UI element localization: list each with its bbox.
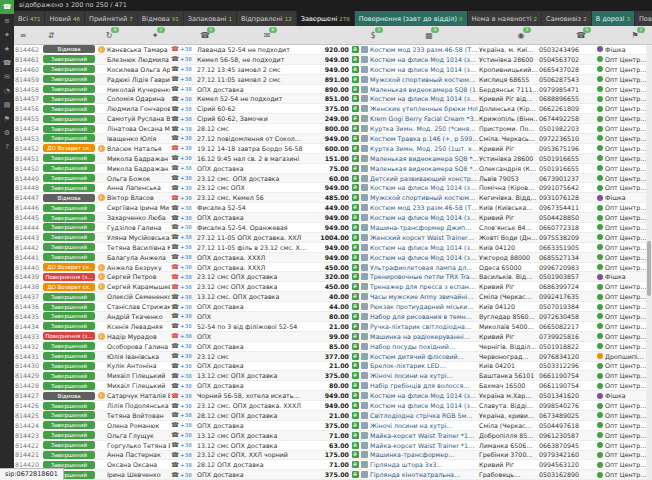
tab-item[interactable]: Нема в наявності2	[468, 11, 542, 26]
phone-number[interactable]: 0739925816	[538, 332, 596, 341]
product-name[interactable]: Світлодіодна стрічка RGB 5м…	[370, 412, 473, 419]
table-row[interactable]: 814458 Завершений Николай Кучеренко ☎ +3…	[14, 85, 646, 95]
phone-number[interactable]: 0501918822	[538, 342, 596, 351]
phone-number[interactable]: 0503312296	[538, 362, 596, 371]
customer-name[interactable]: Ксенія Левадняя	[106, 322, 170, 331]
phone-number[interactable]: 0661190754	[538, 381, 596, 390]
product-name[interactable]: Костюм на флисе Мод 1014 (з…	[370, 244, 476, 251]
menu-icon[interactable]: ≡	[16, 29, 30, 42]
phone-number[interactable]: 0662261809	[538, 104, 596, 113]
tab-item[interactable]: Повн	[635, 11, 652, 26]
tab-item[interactable]: Прийнятий7	[85, 11, 138, 26]
table-row[interactable]: 814421 Завершений Анна Пастернак ☎ +38 2…	[14, 451, 646, 461]
phone-icon[interactable]: ☎	[171, 75, 179, 83]
tab-item[interactable]: Запаковані1	[184, 11, 237, 26]
phone-number[interactable]: 0661190754	[538, 371, 596, 380]
tab-item[interactable]: Самовивіз2	[542, 11, 592, 26]
phone-number[interactable]: 0660772318	[538, 223, 596, 232]
product-name[interactable]: Костюм на флисе Мод 1014 (з…	[370, 402, 476, 409]
grid-icon[interactable]: ▤	[0, 98, 14, 112]
help-icon[interactable]: ?	[0, 140, 14, 154]
sort-icon[interactable]: ⇵	[44, 29, 58, 42]
contacts-icon[interactable]: ✦2	[148, 29, 162, 42]
product-name[interactable]: Часы мужские Army звичайні…	[370, 293, 474, 300]
customer-name[interactable]: Надір Мурадов	[106, 332, 170, 341]
phone-number[interactable]: 0665082217	[538, 322, 596, 331]
table-row[interactable]: 814447 Відмова i Віктор Власов ☎ +38 23.…	[14, 193, 646, 203]
product-name[interactable]: Тренажер для пресса з еспан…	[370, 283, 475, 290]
phone-icon[interactable]: ☎	[171, 125, 179, 133]
customer-name[interactable]: Іващенко Юлія	[106, 134, 170, 143]
phone-number[interactable]: 0501903857	[538, 272, 596, 281]
customer-name[interactable]: Сергей Карамышев	[106, 282, 170, 291]
phone-number[interactable]: 0504563702	[538, 55, 596, 64]
phone-icon[interactable]: ☎	[171, 243, 179, 251]
product-name[interactable]: Маленькая видеокамера SQ8 *…	[370, 155, 478, 162]
message-icon[interactable]: ✉6	[260, 29, 274, 42]
product-name[interactable]: Мужской спортивный костюм…	[370, 76, 475, 83]
table-row[interactable]: 814455 Завершений Самотуй Руслана В… ☎ +…	[14, 114, 646, 124]
phone-icon[interactable]: ☎	[171, 461, 179, 469]
customer-name[interactable]: Ольга Глущук	[106, 431, 170, 440]
phone-icon[interactable]: ☎	[171, 342, 179, 350]
refresh-icon[interactable]: ↻4	[102, 29, 116, 42]
menu-icon[interactable]: ≡	[0, 14, 14, 28]
product-name[interactable]: Костюм мод 233 разм.46-58 (Т…	[370, 46, 477, 53]
product-name[interactable]: Костюм на флисе Мод 1014 (з…	[370, 56, 476, 63]
table-row[interactable]: 814437 Завершений Олексій Семененко ☎ +3…	[14, 292, 646, 302]
customer-name[interactable]: Анна Пастернак	[106, 451, 170, 460]
money-icon[interactable]: $2	[366, 29, 380, 42]
table-row[interactable]: 814440 ДО Возврат ск. i Анжела Безруку ☎…	[14, 263, 646, 273]
table-row[interactable]: 814453 Завершений Іващенко Юлія ☎ +38 27…	[14, 134, 646, 144]
customer-name[interactable]: Власюк Наталья	[106, 144, 170, 153]
phone-icon[interactable]: ☎	[171, 45, 179, 53]
history-icon[interactable]: ◔	[0, 84, 14, 98]
product-name[interactable]: Куртка Зимн. Мод. 250 (*синя…	[370, 125, 476, 132]
phone-icon[interactable]: ☎	[171, 352, 179, 360]
table-row[interactable]: 814457 Завершений Соломія Одарина ☎ +38 …	[14, 94, 646, 104]
table-row[interactable]: 814420 Завершений Оксана Оксана ☎ +38 28…	[14, 460, 646, 470]
phone-icon[interactable]: ☎	[171, 303, 179, 311]
phone-icon[interactable]: ☎	[171, 115, 179, 123]
phone-icon[interactable]: ☎	[171, 144, 179, 152]
product-name[interactable]: Набір гребінців для волосся…	[370, 382, 470, 389]
table-row[interactable]: 814434 Завершений Ксенія Левадняя ☎ +38 …	[14, 322, 646, 332]
product-name[interactable]: Машинка-трансформер…	[370, 451, 454, 458]
phone-number[interactable]: 0972630458	[538, 312, 596, 321]
phone-icon[interactable]: ☎	[171, 164, 179, 172]
tag-icon[interactable]: ⚑2	[628, 29, 642, 42]
tab-item[interactable]: Новий46	[45, 11, 84, 26]
customer-name[interactable]: Михаіл Гілецький	[106, 381, 170, 390]
tab-item[interactable]: Повернення (завт до відділ)8	[355, 11, 468, 26]
phone-number[interactable]: 0504428850	[538, 213, 596, 222]
product-name[interactable]: Тренировочные петли TRX Tra…	[370, 273, 476, 280]
table-row[interactable]: 814450 Завершений Микола Бадражан ☎ +38 …	[14, 164, 646, 174]
phone-number[interactable]: 0992417635	[538, 292, 596, 301]
phone-number[interactable]: 0979342160	[538, 451, 596, 460]
product-name[interactable]: Майка-корсет Waist Trainer *1…	[370, 432, 474, 439]
phone-icon[interactable]: ☎	[171, 372, 179, 380]
table-row[interactable]: 814446 Завершений Сергіївна Ірина Ми… ☎ …	[14, 203, 646, 213]
customer-name[interactable]: Віктор Власов	[106, 193, 170, 202]
tab-item[interactable]: Завершені278	[297, 11, 355, 26]
phone-icon[interactable]: ☎	[0, 56, 14, 70]
customer-name[interactable]: Уляна Мусійовська	[106, 233, 170, 242]
table-row[interactable]: 814427 Відмова i Сатарчук Наталія Б… ☎ +…	[14, 391, 646, 401]
package-icon[interactable]: ▦3	[422, 29, 436, 42]
table-row[interactable]: 814449 Завершений Ольга Божок ☎ +38 23.1…	[14, 174, 646, 184]
product-name[interactable]: Майка-корсет Waist Trainer *1…	[370, 442, 474, 449]
phone-number[interactable]: 0972236510	[538, 134, 596, 143]
customer-name[interactable]: Станіслав Стрижак	[106, 302, 170, 311]
phone-number[interactable]: 0686399724	[538, 282, 596, 291]
phone-icon[interactable]: ☎	[171, 95, 179, 103]
table-row[interactable]: 814435 Завершений Андрій Ткаченко ☎ +38 …	[14, 312, 646, 322]
table-row[interactable]: 814432 Завершений Особорова Галина В… ☎ …	[14, 342, 646, 352]
phone-icon[interactable]: ☎	[171, 214, 179, 222]
phone-icon[interactable]: ☎	[171, 431, 179, 439]
product-name[interactable]: Брелок-ліхтарик LED…	[370, 362, 446, 369]
product-name[interactable]: Гірлянда штора 3х3…	[370, 461, 443, 468]
product-name[interactable]: Костюм на флисе Мод 1014 (з…	[370, 214, 476, 221]
table-row[interactable]: 814460 Завершений Косилева Ольга Ар… ☎ +…	[14, 65, 646, 75]
table-row[interactable]: 814461 Завершений Блезнюк Людмила А… ☎ +…	[14, 55, 646, 65]
table-row[interactable]: 814429 Завершений Михаіл Гілецький ☎ +38…	[14, 371, 646, 381]
